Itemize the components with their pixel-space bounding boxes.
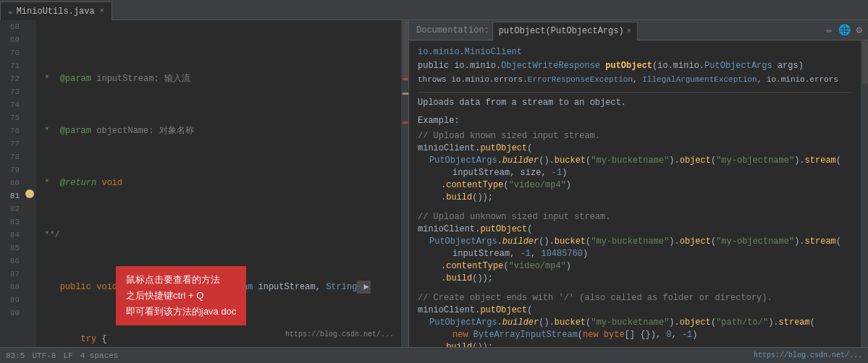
doc-scrollbar-thumb[interactable] [862,40,868,84]
line-sep-indicator: LF [63,351,72,360]
bottom-bar: 83:5 UTF-8 LF 4 spaces https://blog.csdn… [0,347,868,363]
doc-tab-putobject[interactable]: putObject(PutObjectArgs) × [492,22,638,40]
tab-bar: ☕ MinioUtils.java × [0,0,868,20]
encoding-indicator: UTF-8 [32,351,56,360]
globe-icon[interactable]: 🌐 [838,24,851,36]
doc-tab-close-icon[interactable]: × [627,27,631,35]
java-file-icon: ☕ [8,7,13,16]
gutter-col [23,20,36,347]
line-numbers-col: 6869707172737475767778798081828384858687… [0,20,23,347]
code-line-69: * @param objectName: 对象名称 [39,124,401,137]
doc-description: Uploads data from a stream to an object. [418,92,852,109]
tab-close-icon[interactable]: × [100,7,104,15]
doc-example-2: // Upload unknown sized input stream. mi… [418,208,852,285]
doc-tab-label: putObject(PutObjectArgs) [499,26,624,36]
code-line-71: **/ [39,229,401,242]
code-line-70: * @return void [39,176,401,189]
doc-label-prefix: Documentation: [409,25,489,35]
doc-class-line: io.minio.MinioClient [418,46,852,59]
gear-icon[interactable]: ⚙ [856,24,862,36]
doc-body[interactable]: io.minio.MinioClient public io.minio.Obj… [409,40,861,347]
editor-panel: 6869707172737475767778798081828384858687… [0,20,409,347]
scrollbar-thumb[interactable] [403,20,408,78]
line-col-indicator: 83:5 [6,351,25,360]
app-window: ☕ MinioUtils.java × 68697071727374757677… [0,0,868,363]
doc-example-label: Example: [418,115,852,127]
indent-indicator: 4 spaces [80,351,119,360]
tab-label: MinioUtils.java [17,7,95,17]
edit-icon[interactable]: ✏ [826,24,832,36]
doc-header: Documentation: putObject(PutObjectArgs) … [409,20,868,40]
callout-box: 鼠标点击要查看的方法之后快捷键ctrl + Q即可看到该方法的java doc [116,266,246,325]
code-content[interactable]: * @param inputStream: 输入流 * @param objec… [36,20,401,347]
doc-scrollbar[interactable] [861,40,868,347]
doc-throws-line: throws io.minio.errors.ErrorResponseExce… [418,74,852,86]
editor-scrollbar[interactable] [401,20,408,347]
editor-tab-minioutils[interactable]: ☕ MinioUtils.java × [0,1,112,20]
main-content: 6869707172737475767778798081828384858687… [0,20,868,347]
doc-example-3: // Create object ends with '/' (also cal… [418,289,852,347]
code-line-68: * @param inputStream: 输入流 [39,72,401,85]
doc-signature-line: public io.minio.ObjectWriteResponse putO… [418,60,852,72]
url-bar: https://blog.csdn.net/... [285,328,394,341]
doc-panel: Documentation: putObject(PutObjectArgs) … [409,20,868,347]
doc-actions: ✏ 🌐 ⚙ [826,24,868,36]
doc-example-1: // Upload known sized input stream. mini… [418,130,852,204]
callout-text: 鼠标点击要查看的方法之后快捷键ctrl + Q即可看到该方法的java doc [126,274,236,317]
csdn-link[interactable]: https://blog.csdn.net/... [754,351,862,359]
